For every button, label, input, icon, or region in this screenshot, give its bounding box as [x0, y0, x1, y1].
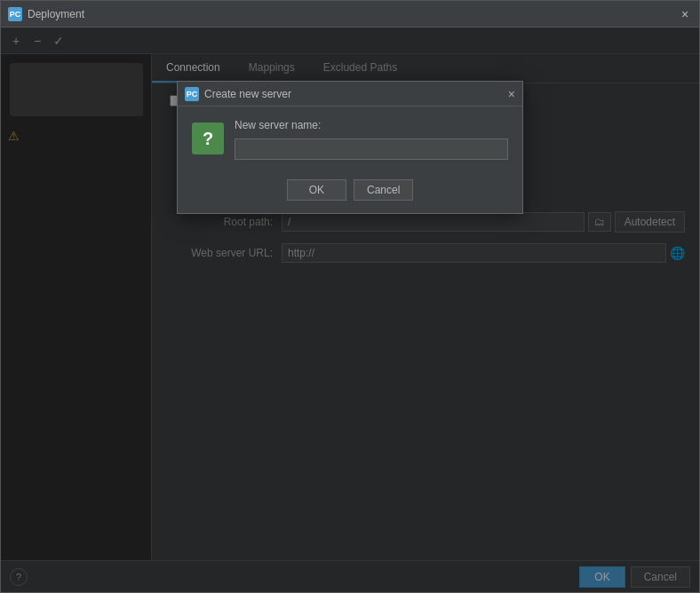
dialog-close-button[interactable]: × — [508, 87, 515, 101]
dialog-title-icon: PC — [185, 87, 199, 101]
title-bar: PC Deployment × — [1, 1, 699, 28]
app-icon: PC — [8, 7, 22, 21]
dialog-input-label: New server name: — [235, 119, 508, 131]
window-title: Deployment — [28, 8, 678, 20]
modal-overlay: PC Create new server × ? New server name… — [1, 28, 699, 592]
dialog-footer: OK Cancel — [178, 172, 522, 213]
dialog-form: New server name: — [235, 119, 508, 160]
dialog: PC Create new server × ? New server name… — [177, 81, 523, 214]
dialog-body: ? New server name: — [178, 107, 522, 172]
dialog-title-text: Create new server — [204, 88, 508, 100]
dialog-server-name-input[interactable] — [235, 138, 508, 160]
dialog-ok-button[interactable]: OK — [287, 179, 346, 201]
dialog-cancel-button[interactable]: Cancel — [354, 179, 413, 201]
dialog-question-icon: ? — [192, 123, 224, 154]
main-window: PC Deployment × + − ✓ ⚠ Connection Mappi… — [0, 0, 700, 593]
dialog-title-bar: PC Create new server × — [178, 82, 522, 107]
close-button[interactable]: × — [678, 7, 692, 21]
